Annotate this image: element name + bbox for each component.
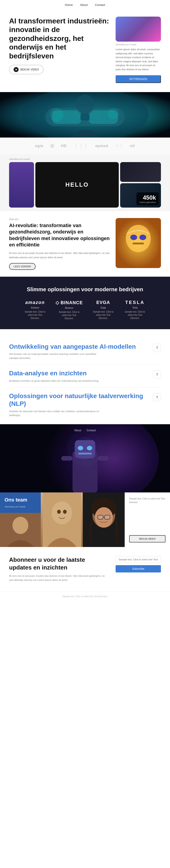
footer-text: Sample text. Click to select the Text El… [9, 595, 161, 598]
svg-point-24 [67, 430, 103, 466]
brand-evga-label: Evga [101, 306, 106, 309]
svg-point-12 [139, 235, 146, 240]
brand-evga: EVGA Evga Sample text. Click to select t… [92, 300, 115, 320]
service-1-left: Ontwikkeling van aangepaste AI-modellen … [9, 343, 153, 360]
svg-point-11 [130, 235, 137, 240]
hero-body-text: Lorem ipsum dolor sit amet, consectetur … [116, 48, 161, 72]
team-photo-small-illustration [0, 513, 41, 547]
counter-badge: 450k Actieve gebruikers [136, 192, 159, 205]
services-section: Ontwikkeling van aangepaste AI-modellen … [0, 329, 170, 424]
logo-hd: HD [61, 144, 67, 148]
arrow-icon-3: ↗ [154, 395, 160, 400]
navigation: Home About Contact [0, 0, 170, 10]
hero-image-caption: Afbeelding van Freepik [116, 43, 161, 46]
counter-label: Actieve gebruikers [139, 201, 156, 204]
brands-row: amazon Amazon Sample text. Click to sele… [9, 300, 161, 320]
arrow-icon-2: ↗ [154, 372, 160, 377]
svg-point-26 [12, 517, 28, 534]
logo-dots: ⋮⋮⋮ [74, 143, 88, 149]
team-side-text: Sample text. Click to select the Text El… [129, 497, 166, 504]
about-section: Over ons AI-revolutie: transformatie van… [0, 211, 170, 277]
robot-illustration [116, 218, 161, 268]
team-right-panel: Sample text. Click to select the Text El… [125, 492, 170, 547]
footer: Sample text. Click to select the Text El… [0, 591, 170, 601]
counter-number: 450k [139, 194, 156, 201]
about-image [116, 218, 161, 268]
brand-binance-name: ◇ BINANCE [55, 300, 83, 305]
brand-amazon-name: amazon [25, 300, 45, 305]
svg-point-29 [57, 510, 61, 514]
svg-rect-36 [104, 515, 110, 519]
logo-epmed: epmed [95, 144, 108, 148]
gallery-image-2: HELLO [35, 162, 119, 208]
arrow-icon-1: ↗ [154, 345, 160, 350]
team-layout: Ons team Afbeelding van Freepik [0, 492, 170, 547]
brand-binance: ◇ BINANCE Binance Sample text. Click to … [55, 300, 83, 320]
about-label: Over ons [9, 218, 111, 220]
team-photo-1 [41, 492, 83, 547]
service-1-desc: Het bouwen van op maat gemaakte machine … [9, 352, 100, 360]
subscribe-body: At vero eos et accusam et justo duo dolo… [9, 574, 109, 582]
service-3-left: Oplossingen voor natuurlijke taalverwerk… [9, 392, 153, 417]
hello-text: HELLO [65, 181, 89, 188]
dark-section-title: Slimme oplossingen voor moderne bedrijve… [9, 286, 161, 293]
gallery-section: Afbeelding van Freepik HELLO 450k Actiev… [0, 154, 170, 211]
vr-banner [0, 92, 170, 137]
service-3-title: Oplossingen voor natuurlijke taalverwerk… [9, 392, 153, 407]
hero-subscribe-button[interactable]: INTYRENGEN [116, 75, 161, 83]
robot-section: About Contact [0, 424, 170, 492]
brand-tesla: TESLA Tesla sample text. Click to select… [124, 300, 146, 320]
robot-nav-contact[interactable]: Contact [87, 429, 96, 432]
team-small-photo [0, 513, 41, 547]
service-2-title: Data-analyse en inzichten [9, 369, 153, 377]
hero-right: Afbeelding van Freepik Lorem ipsum dolor… [116, 17, 161, 83]
subscribe-button[interactable]: Subscribe [116, 565, 161, 572]
service-2-arrow-button[interactable]: ↗ [153, 370, 161, 378]
logo-nlt: nlt [130, 144, 135, 148]
subscribe-title: Abonneer u voor de laatste updates en in… [9, 556, 109, 571]
brand-tesla-name: TESLA [125, 300, 145, 305]
robot-ai-illustration [0, 424, 170, 492]
robot-nav-about[interactable]: About [74, 429, 81, 432]
nav-about[interactable]: About [80, 3, 88, 7]
service-1-arrow-button[interactable]: ↗ [153, 344, 161, 352]
read-more-button[interactable]: LEES VERDER [9, 263, 36, 270]
nav-contact[interactable]: Contact [95, 3, 105, 7]
brand-binance-label: Binance [65, 307, 73, 309]
team-person-2-illustration [85, 492, 123, 547]
brand-tesla-label: Tesla [132, 306, 138, 309]
team-explore-button[interactable]: BEKIJK MEER [129, 535, 166, 542]
gallery-image-4: 450k Actieve gebruikers [120, 183, 161, 208]
subscribe-right: Subscribe [116, 556, 161, 572]
service-2-left: Data-analyse en inzichten Bruikbare inzi… [9, 369, 153, 383]
nav-home[interactable]: Home [65, 3, 73, 7]
team-photo-2 [83, 492, 125, 547]
subscribe-input[interactable] [116, 556, 161, 563]
service-1-title: Ontwikkeling van aangepaste AI-modellen [9, 343, 153, 350]
robot-nav-overlay: About Contact [74, 429, 96, 432]
brand-amazon: amazon Amazon Sample text. Click to sele… [24, 300, 46, 320]
dark-section: Slimme oplossingen voor moderne bedrijve… [0, 277, 170, 329]
service-3-arrow-button[interactable]: ↗ [153, 393, 161, 401]
service-2-desc: Bruikbare inzichten uit grote datasets h… [9, 379, 100, 383]
logos-section: ogie ✿ HD ⋮⋮⋮ epmed ⁘⁘ nlt [0, 137, 170, 154]
team-header: Ons team Afbeelding van Freepik [0, 492, 41, 513]
team-caption: Afbeelding van Freepik [4, 506, 26, 508]
about-left: Over ons AI-revolutie: transformatie van… [9, 218, 111, 270]
svg-rect-35 [98, 515, 103, 519]
gallery-image-1 [9, 162, 34, 208]
watch-video-button[interactable]: BEKIJK VIDEO [9, 65, 44, 74]
hero-image [116, 17, 161, 41]
logo-symbol-1: ✿ [50, 143, 54, 149]
logo-ogie: ogie [35, 144, 43, 148]
about-body: At vero eos et accusam et justo duo dolo… [9, 251, 111, 259]
svg-point-28 [52, 501, 72, 524]
team-left-column: Ons team Afbeelding van Freepik [0, 492, 41, 547]
team-section: Ons team Afbeelding van Freepik [0, 492, 170, 547]
play-icon [13, 67, 18, 72]
brand-evga-name: EVGA [96, 300, 110, 305]
subscribe-section: Abonneer u voor de laatste updates en in… [0, 547, 170, 591]
gallery-caption: Afbeelding van Freepik [9, 158, 161, 160]
brand-tesla-desc: sample text. Click to select the Text El… [124, 310, 146, 320]
svg-rect-13 [133, 243, 144, 244]
